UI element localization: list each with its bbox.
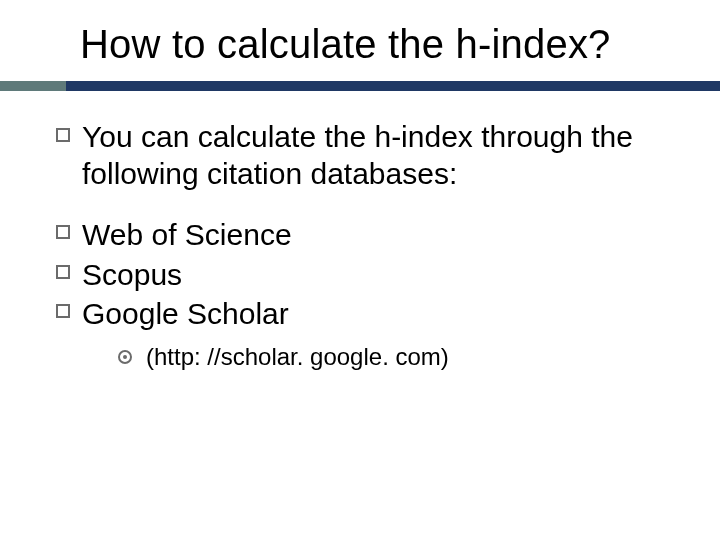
square-bullet-icon <box>56 304 70 318</box>
target-bullet-icon <box>118 350 132 364</box>
database-list: Web of Science Scopus Google Scholar (ht… <box>56 216 672 371</box>
slide-title: How to calculate the h-index? <box>80 22 672 67</box>
dot-icon <box>123 355 127 359</box>
title-rule <box>0 81 720 91</box>
list-item: Google Scholar <box>56 295 672 333</box>
list-item: Web of Science <box>56 216 672 254</box>
list-item-label: Scopus <box>82 256 182 294</box>
sub-item-label: (http: //scholar. google. com) <box>146 343 449 371</box>
list-item: Scopus <box>56 256 672 294</box>
sub-item: (http: //scholar. google. com) <box>118 343 672 371</box>
intro-text: You can calculate the h-index through th… <box>82 119 672 192</box>
content-area: You can calculate the h-index through th… <box>48 119 672 371</box>
square-bullet-icon <box>56 225 70 239</box>
list-item-label: Google Scholar <box>82 295 289 333</box>
square-bullet-icon <box>56 265 70 279</box>
list-item-label: Web of Science <box>82 216 292 254</box>
square-bullet-icon <box>56 128 70 142</box>
intro-item: You can calculate the h-index through th… <box>56 119 672 192</box>
rule-bar <box>0 81 720 91</box>
rule-accent <box>0 81 66 91</box>
slide: How to calculate the h-index? You can ca… <box>0 0 720 540</box>
